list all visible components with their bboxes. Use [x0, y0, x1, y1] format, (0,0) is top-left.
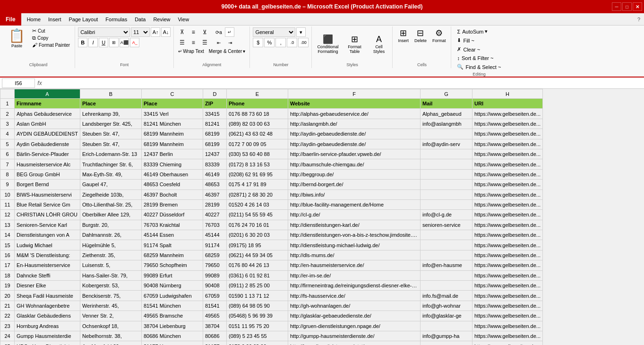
cell-H12[interactable]: https://www.gelbeseiten.de...: [472, 210, 543, 220]
cell-H18[interactable]: https://www.gelbeseiten.de...: [472, 270, 543, 280]
cell-D25[interactable]: 31177: [203, 341, 227, 345]
cell-E22[interactable]: (05468) 5 96 99 39: [227, 311, 288, 321]
cell-E6[interactable]: (030) 53 60 40 88: [227, 149, 288, 159]
cell-B5[interactable]: Steuben Str. 47,: [80, 139, 142, 149]
maximize-button[interactable]: □: [622, 2, 632, 11]
font-color-button[interactable]: A_: [130, 38, 139, 47]
decrease-indent-button[interactable]: ⇤: [214, 38, 224, 47]
cell-g1[interactable]: Mail: [421, 99, 472, 109]
review-menu[interactable]: Review: [149, 13, 174, 26]
cell-C6[interactable]: 12437 Berlin: [142, 149, 203, 159]
cell-B25[interactable]: Am Meerfeld 20,: [80, 341, 142, 345]
cell-C4[interactable]: 68199 Mannheim: [142, 129, 203, 139]
cell-C21[interactable]: 81541 München: [142, 301, 203, 310]
cell-D23[interactable]: 38704: [203, 321, 227, 331]
cell-G8[interactable]: [421, 169, 472, 179]
cell-H2[interactable]: https://www.gelbeseiten.de...: [472, 109, 543, 119]
formula-input[interactable]: [44, 78, 642, 88]
cell-C2[interactable]: 33415 Verl: [142, 109, 203, 119]
cell-C24[interactable]: 80686 München: [142, 331, 203, 341]
cell-C11[interactable]: 28199 Bremen: [142, 199, 203, 209]
cell-C14[interactable]: 45144 Essen: [142, 230, 203, 240]
cell-D19[interactable]: 90408: [203, 281, 227, 291]
cell-A3[interactable]: Aslan GmbH: [15, 119, 80, 129]
conditional-formatting-button[interactable]: ⬛ Conditional Formatting: [315, 34, 341, 55]
wrap-text-button[interactable]: ↵ Wrap Text: [177, 48, 206, 54]
fill-button[interactable]: ⬇ Fill ~: [454, 36, 477, 44]
cell-H23[interactable]: https://www.gelbeseiten.de...: [472, 321, 543, 331]
cell-E18[interactable]: (0361) 6 01 92 81: [227, 270, 288, 280]
cell-F6[interactable]: http://baerlin-service-pfauder.vpweb.de/: [288, 149, 421, 159]
col-header-h[interactable]: H: [472, 89, 543, 99]
merge-center-button[interactable]: Merge & Center ▾: [207, 48, 247, 54]
decrease-decimal-button[interactable]: .0: [287, 38, 297, 47]
cell-G4[interactable]: [421, 129, 472, 139]
cell-G21[interactable]: info@gh-wohnar: [421, 301, 472, 310]
cell-H19[interactable]: https://www.gelbeseiten.de...: [472, 281, 543, 291]
cell-A25[interactable]: HDS - Haus Dienstleist: [15, 341, 80, 345]
cell-F18[interactable]: http://er-im-se.de/: [288, 270, 421, 280]
cell-E14[interactable]: (0201) 6 30 20 03: [227, 230, 288, 240]
cell-c1[interactable]: Place: [142, 99, 203, 109]
minimize-button[interactable]: ─: [612, 2, 621, 11]
cell-A13[interactable]: Senioren-Service Karl: [15, 220, 80, 230]
cell-A19[interactable]: Diesner Elke: [15, 281, 80, 291]
col-header-e[interactable]: E: [227, 89, 288, 99]
cell-F9[interactable]: http://bernd-borgert.de/: [288, 180, 421, 190]
cell-H9[interactable]: https://www.gelbeseiten.de...: [472, 180, 543, 190]
cell-E17[interactable]: 0176 80 44 26 13: [227, 260, 288, 270]
cell-C9[interactable]: 48653 Coesfeld: [142, 180, 203, 190]
increase-decimal-button[interactable]: .00: [298, 38, 309, 47]
underline-button[interactable]: U: [99, 38, 108, 47]
cell-E19[interactable]: (0911) 2 85 25 00: [227, 281, 288, 291]
cell-D18[interactable]: 99089: [203, 270, 227, 280]
cell-B4[interactable]: Steuben Str. 47,: [80, 129, 142, 139]
cell-H7[interactable]: https://www.gelbeseiten.de...: [472, 159, 543, 169]
cell-E13[interactable]: 0176 24 70 16 01: [227, 220, 288, 230]
cell-H17[interactable]: https://www.gelbeseiten.de...: [472, 260, 543, 270]
cell-C8[interactable]: 46149 Oberhausen: [142, 169, 203, 179]
col-header-f[interactable]: F: [288, 89, 421, 99]
cell-B17[interactable]: Luisenstr. 5,: [80, 260, 142, 270]
cell-A24[interactable]: Gumpp Hausmeisterdie: [15, 331, 80, 341]
cell-G20[interactable]: info.fs@mail.de: [421, 291, 472, 301]
cell-E4[interactable]: (0621) 43 63 02 48: [227, 129, 288, 139]
align-center-button[interactable]: ≡: [188, 38, 198, 47]
cell-e1[interactable]: Phone: [227, 99, 288, 109]
cell-A18[interactable]: Dahncke Steffi: [15, 270, 80, 280]
cell-F19[interactable]: http://firmeneintrag.de/reinigungsdienst…: [288, 281, 421, 291]
font-name-select[interactable]: Calibri: [78, 27, 130, 37]
cell-F17[interactable]: http://en-hausmeisterservice.de/: [288, 260, 421, 270]
copy-button[interactable]: ⧉Copy: [30, 34, 72, 42]
cell-B22[interactable]: Venner Str. 2,: [80, 311, 142, 321]
cell-C18[interactable]: 99089 Erfurt: [142, 270, 203, 280]
cell-D10[interactable]: 46397: [203, 190, 227, 199]
insert-button[interactable]: ⊞ Insert: [395, 27, 411, 44]
cell-F24[interactable]: http://gumpp-hausmeisterdienste.de/: [288, 331, 421, 341]
cell-B15[interactable]: Hügelmühle 5,: [80, 240, 142, 250]
cell-B18[interactable]: Hans-Sailer-Str. 79,: [80, 270, 142, 280]
cell-E7[interactable]: (0172) 8 13 16 53: [227, 159, 288, 169]
cell-E2[interactable]: 0176 88 73 60 18: [227, 109, 288, 119]
cell-G15[interactable]: [421, 240, 472, 250]
cell-f1[interactable]: Website: [288, 99, 421, 109]
cut-button[interactable]: ✂Cut: [30, 27, 72, 34]
cell-G11[interactable]: [421, 199, 472, 209]
cell-A8[interactable]: BEG Group GmbH: [15, 169, 80, 179]
sheet-grid[interactable]: A B C D E F G H 1 Firmname Place Place: [0, 89, 644, 345]
cell-H24[interactable]: https://www.gelbeseiten.de...: [472, 331, 543, 341]
cell-F25[interactable]: http://hausdienstleistungen.jetzt/: [288, 341, 421, 345]
cell-H3[interactable]: https://www.gelbeseiten.de...: [472, 119, 543, 129]
cell-H5[interactable]: https://www.gelbeseiten.de...: [472, 139, 543, 149]
insert-menu[interactable]: Insert: [44, 13, 65, 26]
format-painter-button[interactable]: 🖌Format Painter: [30, 42, 72, 48]
cell-H25[interactable]: https://www.gelbeseiten.de...: [472, 341, 543, 345]
cell-F3[interactable]: http://aslangmbh.de/: [288, 119, 421, 129]
cell-E21[interactable]: (089) 64 98 05 90: [227, 301, 288, 310]
cell-B7[interactable]: Truchtlachinger Str. 6,: [80, 159, 142, 169]
cell-h1[interactable]: URI: [472, 99, 543, 109]
cell-F20[interactable]: http://fs-hausservice.de/: [288, 291, 421, 301]
cell-E12[interactable]: (0211) 54 55 59 45: [227, 210, 288, 220]
home-menu[interactable]: Home: [23, 13, 44, 26]
cell-A17[interactable]: En-Hausmeisterservice: [15, 260, 80, 270]
